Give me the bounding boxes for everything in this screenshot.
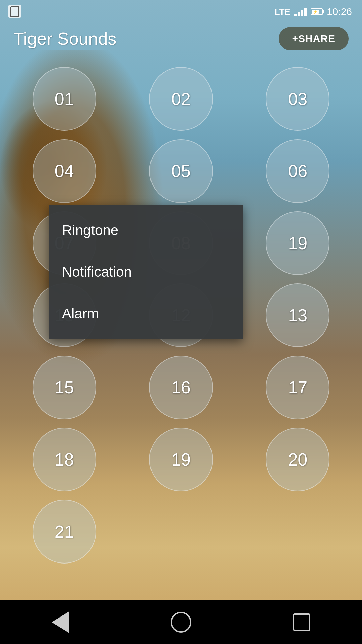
back-button[interactable] xyxy=(49,610,72,634)
home-icon xyxy=(171,612,191,633)
context-overlay: RingtoneNotificationAlarm xyxy=(0,0,362,644)
home-button[interactable] xyxy=(169,610,193,634)
recent-button[interactable] xyxy=(290,610,313,634)
context-item-ringtone[interactable]: Ringtone xyxy=(49,210,243,251)
recent-icon xyxy=(293,613,310,631)
context-menu: RingtoneNotificationAlarm xyxy=(49,205,243,339)
back-icon xyxy=(52,611,69,633)
context-item-alarm[interactable]: Alarm xyxy=(49,293,243,334)
context-item-notification[interactable]: Notification xyxy=(49,251,243,293)
nav-bar xyxy=(0,600,362,644)
